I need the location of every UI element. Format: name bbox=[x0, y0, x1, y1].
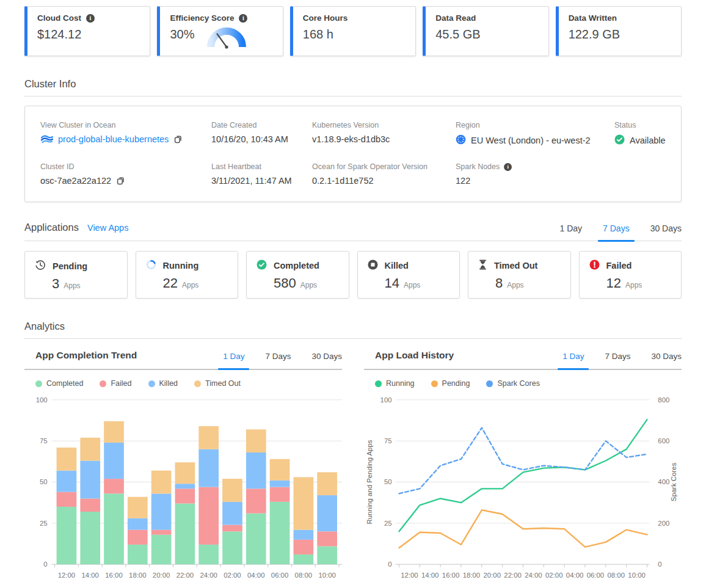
completed-check-icon bbox=[257, 260, 267, 272]
svg-text:0: 0 bbox=[43, 561, 47, 568]
field-last-heartbeat: Last Heartbeat 3/11/2021, 11:47 AM bbox=[211, 162, 312, 186]
chart-title: App Completion Trend bbox=[35, 350, 137, 369]
tab-7-days[interactable]: 7 Days bbox=[603, 223, 630, 241]
copy-icon[interactable] bbox=[173, 134, 183, 144]
svg-text:18:00: 18:00 bbox=[463, 572, 480, 579]
legend-label: Killed bbox=[159, 379, 178, 388]
svg-text:08:00: 08:00 bbox=[295, 572, 312, 579]
killed-stop-icon bbox=[368, 260, 378, 272]
legend-label: Running bbox=[386, 379, 415, 388]
legend-dot bbox=[194, 380, 201, 387]
legend-item[interactable]: Failed bbox=[100, 379, 131, 388]
svg-text:100: 100 bbox=[36, 396, 48, 404]
timed-out-hourglass-icon bbox=[478, 260, 487, 272]
legend-item[interactable]: Running bbox=[375, 379, 415, 388]
legend-dot bbox=[35, 380, 42, 387]
metric-cards-row: Cloud Cost $124.12 Efficiency Score 30% bbox=[24, 6, 682, 56]
svg-text:14:00: 14:00 bbox=[81, 572, 98, 579]
field-view-cluster: View Cluster in Ocean prod-global-blue-k… bbox=[40, 121, 211, 147]
svg-text:75: 75 bbox=[40, 437, 48, 445]
svg-text:18:00: 18:00 bbox=[129, 572, 146, 579]
metric-card-cloud-cost: Cloud Cost $124.12 bbox=[24, 6, 150, 56]
status-badge: Available bbox=[630, 136, 666, 145]
tab-30-days[interactable]: 30 Days bbox=[650, 223, 682, 241]
load-history-tabs: 1 Day 7 Days 30 Days bbox=[562, 352, 682, 369]
legend-item[interactable]: Timed Out bbox=[194, 379, 241, 388]
app-card-completed: Completed 580 Apps bbox=[246, 251, 349, 299]
app-completion-trend-chart: 025507510012:0014:0016:0018:0020:0022:00… bbox=[24, 389, 342, 588]
svg-text:04:00: 04:00 bbox=[247, 572, 264, 579]
info-icon[interactable] bbox=[239, 14, 247, 23]
info-icon[interactable] bbox=[504, 163, 512, 171]
efficiency-gauge bbox=[204, 24, 253, 53]
legend-dot bbox=[100, 380, 106, 387]
app-count: 14 bbox=[385, 275, 399, 291]
svg-text:10:00: 10:00 bbox=[628, 572, 645, 579]
metric-card-efficiency-score: Efficiency Score 30% bbox=[157, 6, 283, 56]
metric-label: Data Written bbox=[569, 13, 617, 23]
metric-value: 122.9 GB bbox=[569, 27, 671, 42]
tab-7-days[interactable]: 7 Days bbox=[605, 352, 630, 369]
completion-trend-tabs: 1 Day 7 Days 30 Days bbox=[223, 352, 342, 369]
svg-text:08:00: 08:00 bbox=[608, 572, 625, 579]
tab-7-days[interactable]: 7 Days bbox=[265, 352, 291, 369]
tab-1-day[interactable]: 1 Day bbox=[562, 352, 584, 369]
field-region: Region EU West (London) - eu-west-2 bbox=[456, 121, 614, 147]
app-card-running: Running 22 Apps bbox=[136, 251, 239, 299]
legend-item[interactable]: Killed bbox=[148, 379, 178, 388]
field-operator-version: Ocean for Spark Operator Version 0.2.1-1… bbox=[312, 162, 456, 186]
svg-text:400: 400 bbox=[658, 478, 669, 485]
tab-30-days[interactable]: 30 Days bbox=[651, 352, 682, 369]
tab-1-day[interactable]: 1 Day bbox=[559, 223, 582, 241]
legend-label: Failed bbox=[111, 379, 131, 388]
cluster-link[interactable]: prod-global-blue-kubernetes bbox=[58, 134, 169, 144]
svg-text:200: 200 bbox=[658, 520, 669, 527]
gauge-needle bbox=[217, 34, 227, 48]
svg-text:14:00: 14:00 bbox=[421, 572, 439, 579]
svg-text:25: 25 bbox=[40, 520, 48, 527]
field-date-created: Date Created 10/16/20, 10:43 AM bbox=[211, 121, 312, 147]
svg-text:16:00: 16:00 bbox=[105, 572, 122, 579]
svg-text:20:00: 20:00 bbox=[484, 572, 501, 579]
divider bbox=[24, 96, 682, 96]
legend-item[interactable]: Pending bbox=[431, 379, 470, 388]
completion-trend-legend: CompletedFailedKilledTimed Out bbox=[35, 379, 342, 388]
legend-item[interactable]: Completed bbox=[35, 379, 83, 388]
analytics-charts-row: App Completion Trend 1 Day 7 Days 30 Day… bbox=[24, 350, 682, 588]
metric-card-data-written: Data Written 122.9 GB bbox=[556, 6, 682, 56]
legend-label: Timed Out bbox=[205, 379, 241, 388]
view-apps-link[interactable]: View Apps bbox=[87, 223, 128, 241]
copy-icon[interactable] bbox=[116, 176, 125, 186]
metric-value: 45.5 GB bbox=[435, 27, 538, 42]
svg-text:06:00: 06:00 bbox=[587, 572, 604, 579]
divider bbox=[24, 338, 682, 339]
svg-text:Running and Pending Apps: Running and Pending Apps bbox=[366, 440, 373, 524]
app-load-history-panel: App Load History 1 Day 7 Days 30 Days Ru… bbox=[364, 350, 682, 588]
svg-text:02:00: 02:00 bbox=[545, 572, 562, 579]
metric-value: $124.12 bbox=[37, 27, 140, 42]
running-spinner-icon bbox=[146, 260, 156, 272]
field-cluster-id: Cluster ID osc-7ae2a22a122 bbox=[40, 162, 211, 186]
svg-text:50: 50 bbox=[384, 478, 392, 485]
legend-item[interactable]: Spark Cores bbox=[486, 379, 539, 388]
app-count: 3 bbox=[52, 276, 59, 292]
legend-dot bbox=[431, 380, 438, 387]
tab-1-day[interactable]: 1 Day bbox=[223, 352, 244, 369]
load-history-legend: RunningPendingSpark Cores bbox=[375, 379, 682, 388]
svg-text:75: 75 bbox=[384, 437, 392, 445]
analytics-heading: Analytics bbox=[24, 321, 682, 332]
tab-30-days[interactable]: 30 Days bbox=[311, 352, 342, 369]
info-icon[interactable] bbox=[86, 14, 95, 23]
legend-label: Completed bbox=[46, 379, 83, 388]
svg-text:24:00: 24:00 bbox=[525, 572, 542, 579]
chart-title: App Load History bbox=[375, 350, 454, 369]
app-load-history-chart: 0025200504007560010080012:0014:0016:0018… bbox=[364, 389, 682, 588]
field-kubernetes-version: Kubernetes Version v1.18.9-eks-d1db3c bbox=[312, 121, 456, 147]
app-card-timed-out: Timed Out 8 Apps bbox=[468, 251, 571, 299]
applications-header: Applications View Apps 1 Day 7 Days 30 D… bbox=[24, 222, 682, 241]
metric-card-data-read: Data Read 45.5 GB bbox=[423, 6, 548, 56]
cluster-info-card: View Cluster in Ocean prod-global-blue-k… bbox=[24, 106, 682, 202]
legend-dot bbox=[148, 380, 155, 387]
eu-region-icon bbox=[456, 134, 466, 147]
app-card-pending: Pending 3 Apps bbox=[24, 251, 128, 299]
